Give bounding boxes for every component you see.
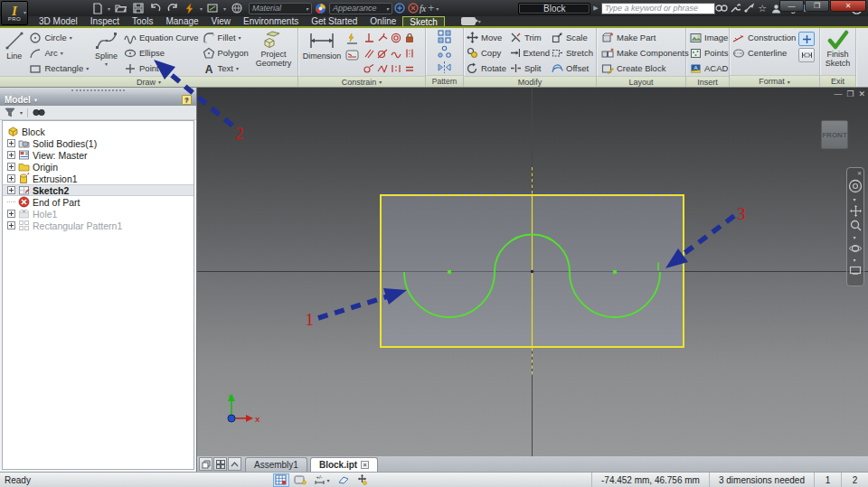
parameters-fx-button[interactable]: fx <box>420 4 426 14</box>
show-constraints-icon[interactable] <box>345 49 359 61</box>
browser-grip[interactable]: ✕ <box>0 88 196 94</box>
help-icon[interactable]: ? <box>182 95 192 105</box>
redo-button[interactable] <box>165 2 179 14</box>
tree-item-solid-bodies[interactable]: Solid Bodies(1) <box>3 137 193 149</box>
origin-point[interactable] <box>531 270 534 274</box>
chevron-down-icon[interactable]: ▾ <box>853 196 855 202</box>
restore-button[interactable]: ❐ <box>805 0 829 12</box>
chevron-down-icon[interactable]: ▾ <box>200 5 203 12</box>
wrench-icon[interactable] <box>729 2 742 14</box>
color-wheel-icon[interactable] <box>314 2 327 14</box>
tree-item-sketch2[interactable]: Sketch2 <box>3 184 193 196</box>
line-tool[interactable]: Line <box>3 30 25 61</box>
equal-constraint-icon[interactable] <box>404 63 415 74</box>
tab-close-icon[interactable]: × <box>361 461 369 469</box>
circular-pattern-icon[interactable] <box>438 45 451 59</box>
material-combo[interactable]: Material ▾ <box>249 3 312 14</box>
constrain-panel-label[interactable]: Constrain▾ <box>298 76 425 87</box>
tab-sketch[interactable]: Sketch <box>402 16 445 26</box>
search-input[interactable] <box>601 3 715 14</box>
copy-tool[interactable]: Copy <box>467 45 508 61</box>
search-icon[interactable] <box>715 2 729 14</box>
doc-minimize-button[interactable]: — <box>834 89 842 98</box>
save-button[interactable] <box>131 2 145 14</box>
chevron-down-icon[interactable]: ▾ <box>239 34 241 41</box>
ellipse-tool[interactable]: Ellipse <box>124 45 198 61</box>
insert-acad-tool[interactable]: AACAD <box>690 61 728 76</box>
navbar-close-icon[interactable]: ✕ <box>857 170 862 176</box>
fillet-tool[interactable]: Fillet▾ <box>203 30 249 45</box>
expand-icon[interactable] <box>7 151 15 159</box>
zoom-icon[interactable] <box>850 220 862 231</box>
insert-image-tool[interactable]: Image <box>690 30 728 45</box>
arc-tool[interactable]: Arc▾ <box>29 45 89 61</box>
chevron-right-icon[interactable]: ▶ <box>593 5 598 12</box>
mirror-icon[interactable] <box>438 61 451 74</box>
degrees-of-freedom-toggle[interactable] <box>335 473 352 487</box>
tree-item-rectangular-pattern1[interactable]: Rectangular Pattern1 <box>3 220 193 231</box>
tree-item-origin[interactable]: Origin <box>3 161 193 173</box>
rectangular-pattern-icon[interactable] <box>438 30 451 43</box>
browser-close-icon[interactable]: ✕ <box>188 87 193 94</box>
chevron-down-icon[interactable]: ▾ <box>20 109 23 116</box>
vertical-constraint-icon[interactable] <box>391 63 401 74</box>
split-tool[interactable]: Split <box>510 61 550 76</box>
tab-inspect[interactable]: Inspect <box>84 16 126 26</box>
navigation-wheel-icon[interactable] <box>848 179 863 193</box>
rectangle-tool[interactable]: Rectangle▾ <box>29 61 89 76</box>
minimize-button[interactable]: — <box>779 0 804 12</box>
tab-view[interactable]: View <box>205 16 238 26</box>
arc-center-point-left[interactable] <box>448 270 451 274</box>
cascade-windows-button[interactable] <box>199 457 212 471</box>
insert-points-tool[interactable]: Points <box>690 45 728 61</box>
circle-tool[interactable]: Circle▾ <box>29 30 89 45</box>
open-button[interactable] <box>114 2 127 14</box>
expand-icon[interactable] <box>7 186 15 194</box>
spline-tool[interactable]: Spline ▾ <box>92 30 120 67</box>
measure-button[interactable] <box>206 2 220 14</box>
make-components-tool[interactable]: Make Components <box>601 45 689 61</box>
stretch-tool[interactable]: Stretch <box>552 45 593 61</box>
adjust-remove-icon[interactable] <box>406 2 420 14</box>
undo-button[interactable] <box>148 2 162 14</box>
pattern-panel-label[interactable]: Pattern <box>426 75 463 87</box>
collapse-tabs-button[interactable] <box>228 457 241 471</box>
tree-item-end-of-part[interactable]: End of Part <box>3 196 193 208</box>
lock-constraint-icon[interactable] <box>404 33 415 43</box>
pan-icon[interactable] <box>850 205 862 217</box>
ribbon-appearance-button[interactable]: ▾ <box>461 16 481 26</box>
tab-environments[interactable]: Environments <box>237 16 305 26</box>
tab-block-ipt[interactable]: Block.ipt × <box>310 457 378 472</box>
smooth-constraint-icon[interactable] <box>391 48 401 59</box>
chevron-down-icon[interactable]: ▾ <box>853 234 855 240</box>
appearance-combo[interactable]: Appearance ▾ <box>329 3 392 14</box>
tab-assembly1[interactable]: Assembly1 <box>245 457 307 472</box>
doc-close-button[interactable]: ✕ <box>858 89 865 98</box>
chevron-down-icon[interactable]: ▾ <box>61 50 63 56</box>
snap-to-grid-toggle[interactable] <box>273 473 289 487</box>
favorites-star-icon[interactable]: ☆ <box>756 2 769 14</box>
find-icon[interactable] <box>33 108 45 117</box>
tree-item-extrusion1[interactable]: Extrusion1 <box>3 173 193 184</box>
tab-get-started[interactable]: Get Started <box>305 16 363 26</box>
expand-icon[interactable] <box>7 139 15 147</box>
adjust-add-icon[interactable] <box>392 2 406 14</box>
filter-icon[interactable] <box>5 108 15 117</box>
point-tool[interactable]: Point <box>124 61 198 76</box>
polygon-tool[interactable]: Polygon <box>203 45 249 61</box>
chevron-down-icon[interactable]: ▾ <box>86 65 89 71</box>
symmetric-constraint-icon[interactable] <box>404 48 415 59</box>
format-panel-label[interactable]: Format▾ <box>730 75 819 87</box>
tab-tools[interactable]: Tools <box>126 16 159 26</box>
centerline-toggle[interactable]: Centerline <box>732 45 796 61</box>
auto-dimension-icon[interactable] <box>345 33 359 45</box>
project-geometry-tool[interactable]: Project Geometry <box>252 30 295 68</box>
modify-panel-label[interactable]: Modify <box>464 76 596 87</box>
chevron-down-icon[interactable]: ▾ <box>436 5 439 12</box>
construction-toggle[interactable]: Construction <box>732 30 796 45</box>
rotate-tool[interactable]: Rotate <box>467 61 508 76</box>
tree-item-view-master[interactable]: View: Master <box>3 149 193 161</box>
dimension-display-toggle[interactable]: +/-▾ <box>311 473 333 487</box>
communication-center-icon[interactable] <box>742 2 756 14</box>
doc-restore-button[interactable]: ❐ <box>846 89 854 98</box>
